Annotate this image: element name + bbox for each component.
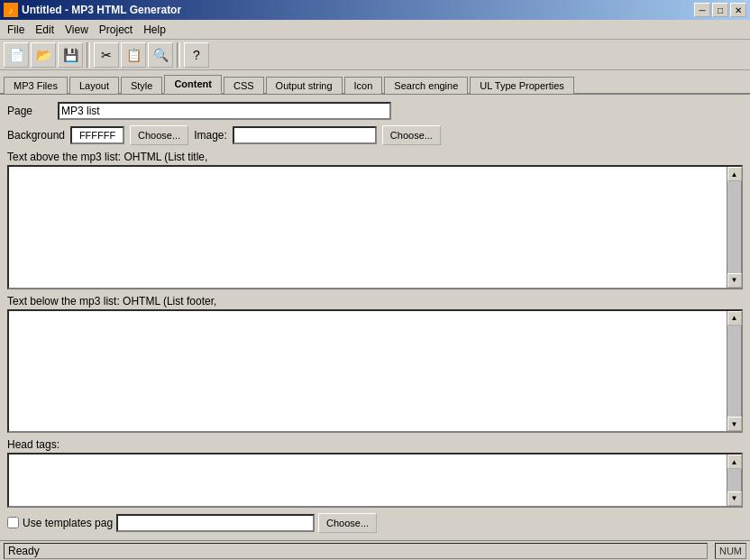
app-icon: ♪ [4,3,18,17]
menu-view[interactable]: View [59,22,94,38]
tab-icon[interactable]: Icon [344,77,383,94]
close-button[interactable]: ✕ [730,3,746,17]
main-content: Page Background FFFFFF Choose... Image: … [0,95,750,540]
title-text: Untitled - MP3 HTML Generator [22,4,181,16]
background-label: Background [7,129,65,142]
background-color-value: FFFFFF [79,130,115,141]
scroll-up-btn-2[interactable]: ▲ [727,311,742,326]
tab-content[interactable]: Content [164,75,222,94]
page-row: Page [7,102,743,120]
toolbar: 📄 📂 💾 ✂ 📋 🔍 ? [0,40,750,70]
text-above-container: ▲ ▼ [7,165,743,289]
scroll-up-btn[interactable]: ▲ [727,167,742,181]
new-button[interactable]: 📄 [4,42,29,68]
find-button[interactable]: 🔍 [148,42,173,68]
scroll-track-3 [727,469,741,491]
image-label: Image: [194,129,227,142]
tab-css[interactable]: CSS [224,77,264,94]
title-buttons: ─ □ ✕ [694,3,746,17]
head-tags-container: ▲ ▼ [7,453,743,508]
toolbar-separator-1 [87,42,90,68]
templates-row: Use templates pag Choose... [7,513,743,533]
num-indicator: NUM [715,543,746,559]
choose-color-button[interactable]: Choose... [130,125,188,145]
use-templates-checkbox[interactable] [7,517,19,528]
scroll-down-btn-2[interactable]: ▼ [727,417,742,431]
scroll-down-btn-3[interactable]: ▼ [727,491,742,506]
tab-searchengine[interactable]: Search engine [384,77,468,94]
head-tags-scrollbar[interactable]: ▲ ▼ [727,454,741,506]
status-text: Ready [4,543,708,559]
help-button[interactable]: ? [184,42,209,68]
choose-template-button[interactable]: Choose... [318,513,377,533]
title-bar: ♪ Untitled - MP3 HTML Generator ─ □ ✕ [0,0,750,20]
head-tags-label: Head tags: [7,438,743,451]
head-tags-textarea[interactable] [9,454,727,506]
image-input[interactable] [233,126,377,144]
tab-layout[interactable]: Layout [69,77,119,94]
tab-bar: MP3 Files Layout Style Content CSS Outpu… [0,70,750,95]
tab-mp3files[interactable]: MP3 Files [4,77,68,94]
scroll-track-2 [727,326,741,418]
use-templates-label: Use templates pag [23,517,113,529]
tab-style[interactable]: Style [121,77,162,94]
page-label: Page [7,105,52,117]
save-button[interactable]: 💾 [58,42,83,68]
choose-image-button[interactable]: Choose... [382,125,441,145]
minimize-button[interactable]: ─ [694,3,710,17]
open-button[interactable]: 📂 [31,42,56,68]
text-below-section: Text below the mp3 list: OHTML (List foo… [7,295,743,434]
menu-bar: File Edit View Project Help [0,20,750,40]
title-bar-left: ♪ Untitled - MP3 HTML Generator [4,3,181,17]
text-above-section: Text above the mp3 list: OHTML (List tit… [7,151,743,289]
text-above-textarea[interactable] [9,167,727,288]
text-above-scrollbar[interactable]: ▲ ▼ [727,167,741,288]
text-below-label: Text below the mp3 list: OHTML (List foo… [7,295,743,308]
copy-button[interactable]: 📋 [121,42,146,68]
scroll-up-btn-3[interactable]: ▲ [727,454,742,469]
head-tags-section: Head tags: ▲ ▼ [7,438,743,508]
tab-ultypeproperties[interactable]: UL Type Properties [470,77,574,94]
scroll-track [727,181,741,273]
menu-project[interactable]: Project [94,22,138,38]
menu-help[interactable]: Help [138,22,171,38]
toolbar-separator-2 [177,42,180,68]
text-above-label: Text above the mp3 list: OHTML (List tit… [7,151,743,163]
background-color-box: FFFFFF [70,126,124,144]
cut-button[interactable]: ✂ [94,42,119,68]
menu-file[interactable]: File [2,22,30,38]
tab-outputstring[interactable]: Output string [266,77,343,94]
status-bar: Ready NUM [0,540,750,560]
scroll-down-btn[interactable]: ▼ [727,273,742,288]
text-below-textarea[interactable] [9,311,727,432]
page-input[interactable] [58,102,391,120]
menu-edit[interactable]: Edit [30,22,59,38]
text-below-scrollbar[interactable]: ▲ ▼ [727,311,741,432]
text-below-container: ▲ ▼ [7,309,743,434]
background-row: Background FFFFFF Choose... Image: Choos… [7,125,743,145]
template-input[interactable] [116,514,315,532]
maximize-button[interactable]: □ [712,3,728,17]
